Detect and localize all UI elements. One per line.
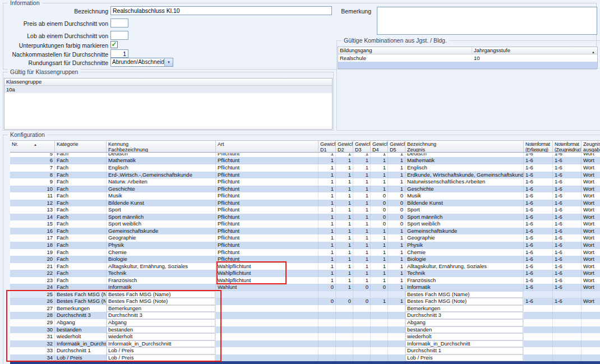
- table-row[interactable]: 8FachErd-,Wirtsch.-,GemeinschaftskundePf…: [10, 172, 600, 179]
- col-header-nr[interactable]: Nr.▲: [10, 141, 55, 152]
- cell-bezeichnung-zeugnis: Naturwissenschaftliches Arbeiten: [405, 178, 524, 186]
- cell-gewicht-d4: [371, 340, 388, 348]
- bemerkung-textarea[interactable]: [377, 7, 597, 35]
- col-header-art[interactable]: Art: [216, 141, 319, 152]
- cell-bezeichnung-zeugnis: Sport: [405, 206, 524, 214]
- cell-notenformat-zeugnisdruck: 1-6: [553, 200, 581, 207]
- sort-asc-icon: ▲: [34, 142, 37, 148]
- cell-zeugnisausgabe: Wort: [581, 242, 600, 249]
- table-row[interactable]: 10FachGeschichtePflichtunt11111Geschicht…: [10, 186, 600, 193]
- table-row[interactable]: 12FachBildende KunstPflichtunt11100Bilde…: [10, 200, 600, 207]
- bemerkung-label: Bemerkung: [280, 8, 371, 15]
- lob-durchschnitt-input[interactable]: [110, 31, 128, 40]
- cell-bezeichnung-zeugnis: Alltagskultur, Ernährung, Soziales: [405, 263, 524, 270]
- cell-gewicht-d2: [336, 340, 353, 348]
- rundungsart-value: Abrunden/Abschneiden: [111, 58, 164, 66]
- col-header-kennung-fachbezeichnung[interactable]: KennungFachbezeichnung: [107, 141, 216, 152]
- table-row[interactable]: 9FachNaturw. ArbeitenPflichtunt11111Natu…: [10, 178, 600, 186]
- cell-gewicht-d2: 1: [336, 249, 353, 256]
- cell-notenformat-erfassung: [524, 291, 553, 298]
- cell-gewicht-d1: 1: [319, 277, 336, 284]
- table-row[interactable]: 20FachBiologiePflichtunt11111Biologie1-6…: [10, 256, 600, 263]
- cell-gewicht-d2: [336, 305, 353, 312]
- col-header-zeugnisausgabe[interactable]: Zeugnis-ausgabe: [581, 141, 600, 152]
- col-header-gewicht-d1[interactable]: GewichtD1: [319, 141, 336, 152]
- preis-durchschnitt-input[interactable]: [110, 19, 128, 27]
- cell-zeugnisausgabe: Wort: [581, 192, 600, 200]
- kombinationen-row[interactable]: Realschule 10: [338, 54, 597, 62]
- rundungsart-combobox[interactable]: Abrunden/Abschneiden ▼: [110, 58, 173, 67]
- cell-gewicht-d2: 1: [336, 164, 353, 172]
- cell-notenformat-erfassung: 1-6: [524, 153, 553, 157]
- sort-asc-icon: ▲: [592, 49, 595, 56]
- table-row[interactable]: 17FachGeographiePflichtunt11111Geographi…: [10, 234, 600, 242]
- table-row[interactable]: 19FachChemiePflichtunt11111Chemie1-61-6W…: [10, 249, 600, 256]
- col-header-bezeichnung-zeugnis[interactable]: BezeichnungZeugnis: [405, 141, 524, 152]
- table-row[interactable]: 5FachDeutschPflichtunt11111Deutsch1-61-6…: [10, 153, 600, 157]
- cell-notenformat-erfassung: [524, 340, 553, 348]
- cell-art: Pflichtunt: [216, 242, 319, 249]
- cell-gewicht-d5: 1: [388, 164, 405, 172]
- cell-bezeichnung-zeugnis: Technik: [405, 270, 524, 277]
- table-row[interactable]: 11FachMusikPflichtunt11100Musik1-61-6Wor…: [10, 192, 600, 200]
- kombinationen-selected-empty-row[interactable]: [338, 62, 597, 69]
- cell-art: [216, 333, 319, 340]
- col-header-klassengruppe[interactable]: Klassengruppe: [4, 79, 332, 85]
- cell-kennung-fachbezeichnung: Sport männlich: [107, 214, 216, 221]
- chevron-down-icon[interactable]: ▼: [164, 58, 173, 66]
- cell-gewicht-d4: 1: [371, 164, 388, 172]
- nachkommastellen-input[interactable]: [110, 49, 128, 58]
- selected-row-partial[interactable]: [10, 361, 600, 364]
- cell-gewicht-d4: 1: [371, 153, 388, 157]
- unterpunktungen-checkbox[interactable]: ✓: [110, 41, 118, 48]
- table-row[interactable]: 21FachAlltagskultur, Ernährung, Soziales…: [10, 263, 600, 270]
- cell-zeugnisausgabe: Wort: [581, 206, 600, 214]
- table-row[interactable]: 18FachPhysikPflichtunt11111Physik1-61-6W…: [10, 242, 600, 249]
- col-header-kategorie[interactable]: Kategorie: [55, 141, 107, 152]
- cell-art: Pflichtunt: [216, 220, 319, 228]
- col-header-gewicht-d2[interactable]: GewichtD2: [336, 141, 353, 152]
- cell-kategorie: Fach: [55, 220, 107, 228]
- cell-zeugnisausgabe: Wort: [581, 249, 600, 256]
- cell-zeugnisausgabe: Wort: [581, 256, 600, 263]
- klassengruppen-row[interactable]: 10a: [4, 86, 332, 93]
- cell-bezeichnung-zeugnis: Deutsch: [405, 153, 524, 157]
- col-header-bildungsgang[interactable]: Bildungsgang: [338, 47, 472, 54]
- cell-gewicht-d2: 1: [336, 192, 353, 200]
- cell-gewicht-d5: 0: [388, 200, 405, 207]
- cell-zeugnisausgabe: Wort: [581, 220, 600, 228]
- cell-zeugnisausgabe: Wort: [581, 298, 600, 305]
- cell-gewicht-d1: [319, 291, 336, 298]
- cell-gewicht-d1: [319, 354, 336, 362]
- table-row[interactable]: 16FachGemeinschaftskundePflichtunt11111G…: [10, 228, 600, 235]
- cell-kennung-fachbezeichnung: Alltagskultur, Ernährung, Soziales: [107, 263, 216, 270]
- table-row[interactable]: 22FachTechnikWahlpflichtunt11111Technik1…: [10, 270, 600, 277]
- cell-gewicht-d2: [336, 312, 353, 319]
- table-row[interactable]: 7FachEnglischPflichtunt11111Englisch1-61…: [10, 164, 600, 172]
- col-header-gewicht-d4[interactable]: GewichtD4: [371, 141, 388, 152]
- cell-gewicht-d3: 1: [353, 157, 371, 164]
- cell-gewicht-d4: 1: [371, 298, 388, 305]
- table-row[interactable]: 23FachFranzösischWahlpflichtunt11111Fran…: [10, 277, 600, 284]
- col-header-gewicht-d3[interactable]: GewichtD3: [353, 141, 371, 152]
- table-row[interactable]: 14FachSport männlichPflichtunt11100Sport…: [10, 214, 600, 221]
- cell-jahrgangsstufe: 10: [472, 54, 597, 62]
- col-header-notenformat-erfassung[interactable]: Notenformat(Erfassung): [524, 141, 553, 152]
- table-row[interactable]: 15FachSport weiblichPflichtunt11100Sport…: [10, 220, 600, 228]
- cell-kennung-fachbezeichnung: Mathematik: [107, 157, 216, 164]
- cell-gewicht-d4: [371, 319, 388, 326]
- table-row[interactable]: 6FachMathematikPflichtunt11111Mathematik…: [10, 157, 600, 164]
- cell-gewicht-d2: [336, 326, 353, 334]
- col-header-gewicht-d5[interactable]: GewichtD5: [388, 141, 405, 152]
- cell-art: Pflichtunt: [216, 249, 319, 256]
- cell-nr: 10: [10, 186, 55, 193]
- col-header-jahrgangsstufe[interactable]: Jahrgangsstufe: [472, 47, 597, 54]
- cell-gewicht-d5: [388, 319, 405, 326]
- cell-gewicht-d2: 0: [336, 298, 353, 305]
- table-row[interactable]: 13FachSportPflichtunt11100Sport1-61-6Wor…: [10, 206, 600, 214]
- cell-gewicht-d2: 1: [336, 228, 353, 235]
- col-header-notenformat-zeugnisdruck[interactable]: Notenformat(Zeugnisdruck): [553, 141, 581, 152]
- cell-gewicht-d2: 1: [336, 277, 353, 284]
- cell-gewicht-d1: 1: [319, 270, 336, 277]
- cell-gewicht-d3: 1: [353, 214, 371, 221]
